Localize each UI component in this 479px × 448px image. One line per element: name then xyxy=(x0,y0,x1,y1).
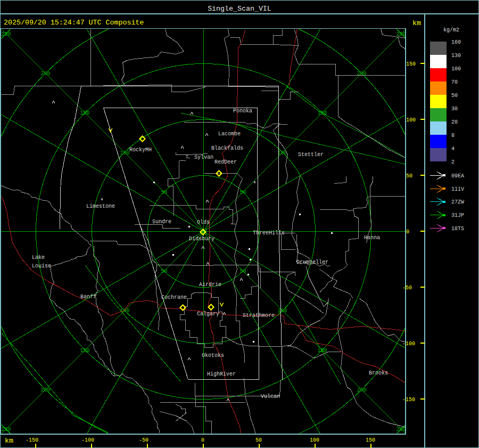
svg-text:Louise: Louise xyxy=(32,263,51,269)
svg-text:100: 100 xyxy=(277,308,287,314)
svg-text:Single_Scan_VIL: Single_Scan_VIL xyxy=(208,5,271,13)
svg-text:Hanna: Hanna xyxy=(364,235,380,241)
svg-text:150: 150 xyxy=(366,437,375,443)
svg-text:2025/09/20 15:24:47 UTC Compos: 2025/09/20 15:24:47 UTC Composite xyxy=(4,19,144,27)
svg-text:250: 250 xyxy=(1,427,11,433)
svg-text:-50: -50 xyxy=(139,437,148,443)
svg-text:RockyMH: RockyMH xyxy=(129,147,152,153)
svg-text:0: 0 xyxy=(201,437,204,443)
svg-text:*: * xyxy=(253,181,257,187)
svg-text:km: km xyxy=(5,437,13,445)
svg-text:150: 150 xyxy=(80,110,89,116)
svg-text:100: 100 xyxy=(451,66,461,72)
svg-text:Cochrane: Cochrane xyxy=(161,295,187,300)
svg-text:Okotoks: Okotoks xyxy=(202,353,224,359)
svg-text:31JP: 31JP xyxy=(451,213,464,218)
svg-text:Drumheller: Drumheller xyxy=(296,259,328,265)
svg-text:0: 0 xyxy=(406,229,409,235)
svg-text:50: 50 xyxy=(406,173,412,179)
svg-text:50: 50 xyxy=(161,190,167,196)
svg-text:Ponoka: Ponoka xyxy=(233,108,252,114)
svg-text:100: 100 xyxy=(120,308,129,314)
svg-text:100: 100 xyxy=(120,150,129,156)
svg-text:50: 50 xyxy=(161,268,167,274)
svg-text:130: 130 xyxy=(451,53,461,59)
svg-text:Airdrie: Airdrie xyxy=(199,282,221,288)
svg-text:Olds: Olds xyxy=(197,219,210,225)
svg-text:Strathmore: Strathmore xyxy=(243,313,275,319)
svg-text:Brooks: Brooks xyxy=(369,370,388,376)
svg-text:250: 250 xyxy=(1,31,11,37)
svg-text:Stettler: Stettler xyxy=(298,152,324,158)
svg-text:-150: -150 xyxy=(402,397,415,403)
svg-text:50: 50 xyxy=(240,268,246,274)
svg-text:Blackfalds: Blackfalds xyxy=(211,145,243,151)
svg-text:Lake: Lake xyxy=(32,255,45,260)
svg-text:*: * xyxy=(101,198,104,204)
svg-text:70: 70 xyxy=(451,79,458,85)
svg-text:kg/m2: kg/m2 xyxy=(443,27,459,33)
svg-text:250: 250 xyxy=(396,31,406,37)
svg-text:18TS: 18TS xyxy=(451,226,464,232)
svg-text:Sylvan: Sylvan xyxy=(194,154,213,160)
svg-text:50: 50 xyxy=(240,190,246,196)
svg-text:50: 50 xyxy=(451,93,458,99)
svg-text:-100: -100 xyxy=(81,437,94,443)
svg-text:150: 150 xyxy=(80,348,89,354)
svg-text:100: 100 xyxy=(406,117,416,123)
svg-text:09EA: 09EA xyxy=(451,173,464,179)
svg-text:200: 200 xyxy=(40,71,50,77)
svg-text:111V: 111V xyxy=(451,186,464,192)
svg-text:Sundre: Sundre xyxy=(152,219,171,225)
svg-text:Banff: Banff xyxy=(80,294,96,300)
svg-text:2: 2 xyxy=(451,159,455,165)
svg-text:200: 200 xyxy=(357,387,366,393)
svg-text:27ZW: 27ZW xyxy=(451,199,464,205)
svg-text:8: 8 xyxy=(451,133,455,139)
svg-text:200: 200 xyxy=(40,387,50,393)
svg-text:4: 4 xyxy=(451,146,455,152)
svg-text:20: 20 xyxy=(451,119,458,125)
svg-text:-150: -150 xyxy=(26,437,38,443)
svg-text:150: 150 xyxy=(406,61,416,67)
svg-text:-100: -100 xyxy=(402,341,415,347)
svg-text:50: 50 xyxy=(255,437,262,443)
svg-text:Limestone: Limestone xyxy=(86,203,115,209)
svg-text:-50: -50 xyxy=(402,285,412,291)
svg-text:Didsbury: Didsbury xyxy=(189,236,214,242)
svg-text:ThreeHills: ThreeHills xyxy=(253,230,285,236)
svg-text:100: 100 xyxy=(310,437,319,443)
svg-text:160: 160 xyxy=(451,39,461,45)
svg-text:Vulcan: Vulcan xyxy=(261,394,280,400)
svg-text:Calgary: Calgary xyxy=(197,311,219,317)
svg-text:km: km xyxy=(412,19,421,27)
svg-text:HighRiver: HighRiver xyxy=(207,371,236,377)
svg-text:150: 150 xyxy=(317,348,327,354)
svg-text:30: 30 xyxy=(451,106,458,112)
svg-text:Lacombe: Lacombe xyxy=(218,131,241,137)
svg-text:RedDeer: RedDeer xyxy=(214,159,237,165)
